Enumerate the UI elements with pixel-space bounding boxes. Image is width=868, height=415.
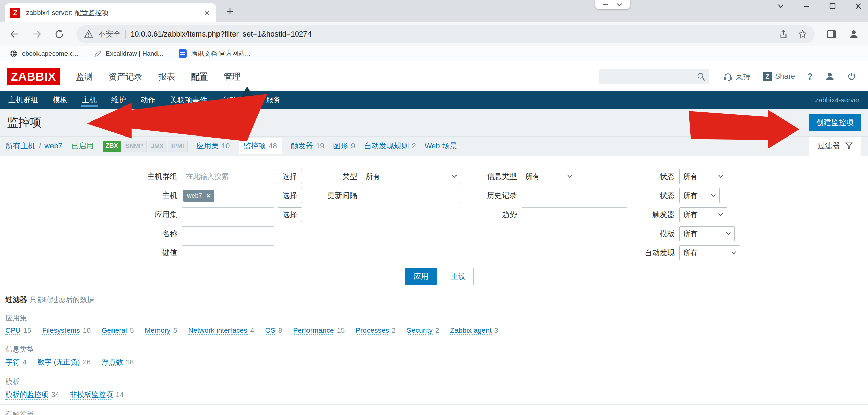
menu-monitoring[interactable]: 监测: [76, 71, 93, 82]
reload-icon[interactable]: [54, 29, 65, 40]
subfilter-link[interactable]: 浮点数18: [102, 357, 134, 367]
subfilter-link[interactable]: 字符4: [5, 357, 27, 367]
subfilter-link[interactable]: 非模板监控项14: [70, 390, 123, 400]
apply-button[interactable]: 应用: [405, 268, 437, 285]
filter-toggle[interactable]: 过滤器: [809, 137, 861, 156]
bookmark-item[interactable]: ebook.apecome.c...: [10, 49, 78, 58]
subfilter-link[interactable]: Processes2: [356, 326, 396, 335]
subfilter-link[interactable]: Memory5: [145, 326, 177, 335]
floating-media-pill[interactable]: [595, 0, 630, 9]
chip-remove-icon[interactable]: ✕: [206, 192, 211, 200]
name-input[interactable]: [182, 226, 274, 241]
history-label: 历史记录: [466, 188, 517, 203]
address-bar[interactable]: 不安全 10.0.0.61/zabbix/items.php?filter_se…: [76, 25, 815, 43]
subnav-services[interactable]: 服务: [266, 91, 281, 109]
subfilter-link[interactable]: 模板的监控项34: [5, 390, 59, 400]
browser-profile-avatar[interactable]: [848, 29, 859, 40]
global-search-input[interactable]: [599, 69, 709, 84]
chevron-down-icon: [567, 174, 572, 178]
status-dropdown[interactable]: 所有: [679, 169, 727, 184]
subfilter-heading: 过滤器只影响过滤后的数据: [0, 295, 868, 309]
subnav-hosts[interactable]: 主机: [82, 91, 97, 109]
host-select-button[interactable]: 选择: [278, 188, 302, 203]
triggers-dropdown[interactable]: 所有: [679, 207, 727, 222]
support-link[interactable]: 支持: [723, 71, 750, 82]
discovery-dropdown[interactable]: 所有: [679, 245, 740, 260]
breadcrumb-all-hosts[interactable]: 所有主机: [5, 141, 35, 151]
bookmark-star-icon[interactable]: [798, 29, 807, 39]
subfilter-link[interactable]: Zabbix agent3: [450, 326, 498, 335]
subfilter-link[interactable]: Network interfaces4: [188, 326, 254, 335]
discovery-label: 自动发现: [632, 245, 675, 261]
type-dropdown[interactable]: 所有: [362, 169, 461, 184]
chevron-down-icon: [710, 194, 716, 198]
host-group-select-button[interactable]: 选择: [278, 169, 302, 184]
subfilter-link[interactable]: General5: [102, 326, 134, 335]
reset-button[interactable]: 重设: [443, 268, 474, 285]
zabbix-logo[interactable]: ZABBIX: [7, 68, 60, 85]
application-input[interactable]: [182, 207, 274, 222]
host-group-label: 主机群组: [140, 169, 177, 184]
subfilter-link[interactable]: CPU15: [5, 326, 31, 335]
subfilter-link[interactable]: Performance15: [293, 326, 345, 335]
template-dropdown[interactable]: 所有: [679, 226, 735, 241]
bookmark-item[interactable]: 腾讯文档-官方网站...: [179, 49, 250, 58]
window-minimize-icon[interactable]: [803, 2, 811, 10]
menu-configuration[interactable]: 配置: [191, 71, 208, 82]
host-input[interactable]: web7 ✕: [182, 188, 274, 203]
menu-administration[interactable]: 管理: [224, 71, 241, 82]
state-dropdown[interactable]: 所有: [679, 188, 720, 203]
subnav-actions[interactable]: 动作: [140, 91, 155, 109]
subnav-templates[interactable]: 模板: [53, 91, 68, 109]
create-item-button[interactable]: 创建监控项: [809, 114, 861, 131]
tab-web-scenarios[interactable]: Web 场景: [425, 141, 460, 151]
update-interval-input[interactable]: [362, 188, 461, 203]
trends-label: 趋势: [466, 207, 517, 223]
tab-discovery-rules[interactable]: 自动发现规则2: [364, 141, 416, 151]
share-page-icon[interactable]: [779, 29, 788, 39]
zabbix-header: ZABBIX 监测 资产记录 报表 配置 管理 支持 Z Share ?: [0, 61, 868, 91]
share-label: Share: [775, 72, 795, 81]
new-tab-button[interactable]: [226, 7, 235, 16]
tab-graphs[interactable]: 图形9: [333, 141, 355, 151]
host-group-input[interactable]: [182, 169, 274, 184]
user-profile-icon[interactable]: [825, 72, 835, 81]
chevron-down-pill-icon: [616, 2, 623, 8]
subfilter-link[interactable]: Filesystems10: [42, 326, 91, 335]
help-icon[interactable]: ?: [807, 71, 813, 82]
menu-reports[interactable]: 报表: [158, 71, 175, 82]
logout-power-icon[interactable]: [847, 72, 856, 81]
bookmark-item[interactable]: Excalidraw | Hand...: [94, 49, 163, 58]
forward-icon[interactable]: [31, 29, 42, 40]
breadcrumb-host[interactable]: web7: [44, 142, 62, 151]
application-select-button[interactable]: 选择: [278, 207, 302, 222]
browser-tab[interactable]: Z zabbix4-server: 配置监控项: [5, 3, 216, 22]
breadcrumb-separator: /: [39, 142, 41, 151]
subfilter-link[interactable]: OS8: [265, 326, 282, 335]
window-close-icon[interactable]: [854, 2, 863, 10]
interface-badges: ZBX SNMP JMX IPMI: [103, 141, 188, 152]
menu-inventory[interactable]: 资产记录: [108, 71, 143, 82]
subnav-host-groups[interactable]: 主机群组: [8, 91, 38, 109]
globe-icon: [10, 49, 18, 58]
tab-triggers[interactable]: 触发器19: [291, 141, 324, 151]
subfilter-link[interactable]: Security2: [407, 326, 439, 335]
share-link[interactable]: Z Share: [763, 72, 795, 81]
tab-applications[interactable]: 应用集10: [196, 141, 230, 151]
security-label: 不安全: [98, 29, 121, 39]
back-icon[interactable]: [9, 29, 20, 40]
side-panel-icon[interactable]: [826, 29, 837, 39]
subnav-maintenance[interactable]: 维护: [111, 91, 126, 109]
iface-ipmi-badge: IPMI: [168, 141, 188, 152]
history-input[interactable]: [522, 188, 627, 203]
key-input[interactable]: [182, 245, 274, 260]
subfilter-link[interactable]: 数字 (无正负)26: [38, 357, 91, 367]
info-type-label: 信息类型: [466, 169, 517, 184]
window-chevron-icon[interactable]: [777, 2, 785, 10]
tab-close-icon[interactable]: [203, 9, 211, 17]
headset-icon: [723, 72, 733, 81]
info-type-dropdown[interactable]: 所有: [522, 169, 576, 184]
window-maximize-icon[interactable]: [828, 2, 837, 10]
trends-input[interactable]: [522, 207, 627, 222]
subfilter-templates: 模板 模板的监控项34 非模板监控项14: [0, 372, 868, 404]
